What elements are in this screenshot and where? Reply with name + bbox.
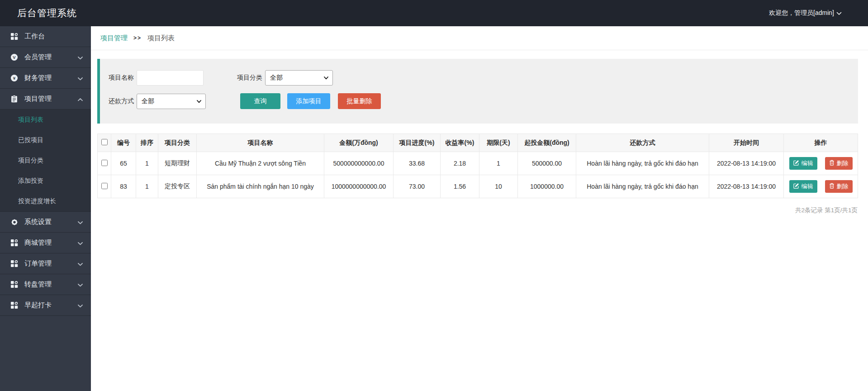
table-column-header: 还款方式 xyxy=(576,134,709,152)
table-column-header: 项目进度(%) xyxy=(394,134,441,152)
edit-button-label: 编辑 xyxy=(802,159,813,167)
table-cell: Hoàn lãi hàng ngày, trả gốc khi đáo hạn xyxy=(576,152,709,175)
chevron-down-icon xyxy=(78,239,83,247)
sidebar-item-label: 系统设置 xyxy=(24,218,78,226)
table-column-header: 项目名称 xyxy=(197,134,324,152)
chevron-up-icon xyxy=(78,95,83,103)
table-column-header: 金额(万đồng) xyxy=(324,134,394,152)
project-name-input[interactable] xyxy=(137,70,204,86)
repayment-method-label: 还款方式 xyxy=(109,97,134,105)
sidebar-subitem-add-investment[interactable]: 添加投资 xyxy=(0,171,91,191)
table-column-header: 操作 xyxy=(784,134,858,152)
repayment-method-select[interactable]: 全部 xyxy=(137,94,206,109)
sidebar-item-morning-checkin[interactable]: 早起打卡 xyxy=(0,295,91,316)
sidebar-menu: 工作台V会员管理¥财务管理项目管理项目列表已投项目项目分类添加投资投资进度增长系… xyxy=(0,26,91,316)
svg-text:¥: ¥ xyxy=(13,76,16,81)
dashboard-grid-icon xyxy=(10,260,19,267)
table-column-header: 排序 xyxy=(136,134,158,152)
sidebar-item-workbench[interactable]: 工作台 xyxy=(0,26,91,47)
table-header-row: 编号排序项目分类项目名称金额(万đồng)项目进度(%)收益率(%)期限(天)起… xyxy=(98,134,858,152)
bulk-delete-button[interactable]: 批量删除 xyxy=(338,93,381,109)
row-checkbox[interactable] xyxy=(101,160,108,166)
table-column-header: 收益率(%) xyxy=(441,134,479,152)
chevron-down-icon xyxy=(78,260,83,267)
sidebar: 工作台V会员管理¥财务管理项目管理项目列表已投项目项目分类添加投资投资进度增长系… xyxy=(0,26,91,391)
dashboard-grid-icon xyxy=(10,33,19,40)
sidebar-item-label: 订单管理 xyxy=(24,259,78,268)
table-cell: 65 xyxy=(111,152,136,175)
delete-button[interactable]: 删除 xyxy=(825,157,853,170)
breadcrumb-parent-link[interactable]: 项目管理 xyxy=(100,34,128,43)
table-column-header: 期限(天) xyxy=(479,134,518,152)
sidebar-item-system-settings[interactable]: 系统设置 xyxy=(0,212,91,233)
edit-button[interactable]: 编辑 xyxy=(789,180,817,193)
sidebar-item-member[interactable]: V会员管理 xyxy=(0,47,91,68)
delete-button-label: 删除 xyxy=(837,159,849,167)
sidebar-item-wheel[interactable]: 转盘管理 xyxy=(0,274,91,295)
row-actions-cell: 编辑删除 xyxy=(784,152,858,175)
sidebar-subitem-investment-progress-growth[interactable]: 投资进度增长 xyxy=(0,191,91,211)
table-column-header: 项目分类 xyxy=(158,134,197,152)
member-badge-icon: V xyxy=(10,53,19,61)
dashboard-grid-icon xyxy=(10,281,19,288)
table-row: 831定投专区Sản phẩm tài chính ngắn hạn 10 ng… xyxy=(98,175,858,198)
edit-pencil-square-icon xyxy=(793,160,799,167)
add-project-button[interactable]: 添加项目 xyxy=(287,93,330,109)
dashboard-grid-icon xyxy=(10,301,19,309)
sidebar-item-mall[interactable]: 商城管理 xyxy=(0,233,91,253)
trash-icon xyxy=(829,183,835,190)
sidebar-item-label: 项目管理 xyxy=(24,95,78,103)
table-row: 651短期理财Cầu Mỹ Thuận 2 vượt sông Tiền5000… xyxy=(98,152,858,175)
project-category-selected-value: 全部 xyxy=(270,74,283,82)
sidebar-item-project[interactable]: 项目管理 xyxy=(0,89,91,110)
table-cell: 2.18 xyxy=(441,152,479,175)
delete-button[interactable]: 删除 xyxy=(825,180,853,193)
select-all-checkbox[interactable] xyxy=(101,139,108,145)
user-welcome-text: 欢迎您，管理员[admin] xyxy=(769,9,834,17)
project-category-label: 项目分类 xyxy=(237,74,262,82)
table-cell: 10 xyxy=(479,175,518,198)
svg-text:V: V xyxy=(13,55,16,60)
table-cell: 33.68 xyxy=(394,152,441,175)
main-content: 项目管理 >> 项目列表 项目名称 项目分类 全部 还款方式 全部 查询 xyxy=(91,26,868,391)
table-cell: 1 xyxy=(136,175,158,198)
table-body: 651短期理财Cầu Mỹ Thuận 2 vượt sông Tiền5000… xyxy=(98,152,858,198)
user-menu[interactable]: 欢迎您，管理员[admin] xyxy=(769,9,842,17)
sidebar-subitem-project-list[interactable]: 项目列表 xyxy=(0,110,91,130)
table-cell: 定投专区 xyxy=(158,175,197,198)
edit-pencil-square-icon xyxy=(793,183,799,190)
row-checkbox-cell xyxy=(98,175,111,198)
sidebar-item-label: 工作台 xyxy=(24,32,83,41)
edit-button[interactable]: 编辑 xyxy=(789,157,817,170)
project-category-select[interactable]: 全部 xyxy=(265,70,333,86)
table-column-header: 编号 xyxy=(111,134,136,152)
table-column-header: 开始时间 xyxy=(709,134,784,152)
table-cell: 1000000.00 xyxy=(518,175,576,198)
select-all-header-cell xyxy=(98,134,111,152)
sidebar-item-label: 会员管理 xyxy=(24,53,78,62)
chevron-down-icon xyxy=(197,100,201,103)
row-checkbox-cell xyxy=(98,152,111,175)
sidebar-submenu-project: 项目列表已投项目项目分类添加投资投资进度增长 xyxy=(0,110,91,212)
table-cell: 73.00 xyxy=(394,175,441,198)
table-cell: 1 xyxy=(479,152,518,175)
trash-icon xyxy=(829,160,835,167)
table-column-header: 起投金额(đồng) xyxy=(518,134,576,152)
sidebar-subitem-invested-projects[interactable]: 已投项目 xyxy=(0,130,91,150)
finance-yen-icon: ¥ xyxy=(10,74,19,82)
sidebar-item-finance[interactable]: ¥财务管理 xyxy=(0,68,91,89)
chevron-down-icon xyxy=(78,53,83,61)
app-header: 后台管理系统 欢迎您，管理员[admin] xyxy=(0,0,868,26)
table-cell: 1000000000000.00 xyxy=(324,175,394,198)
search-button[interactable]: 查询 xyxy=(240,93,280,109)
table-cell: Hoàn lãi hàng ngày, trả gốc khi đáo hạn xyxy=(576,175,709,198)
gear-icon xyxy=(10,218,19,226)
chevron-down-icon xyxy=(78,218,83,226)
dashboard-grid-icon xyxy=(10,239,19,247)
table-cell: 2022-08-13 14:19:00 xyxy=(709,152,784,175)
sidebar-item-orders[interactable]: 订单管理 xyxy=(0,253,91,274)
row-checkbox[interactable] xyxy=(101,183,108,189)
sidebar-subitem-project-categories[interactable]: 项目分类 xyxy=(0,150,91,171)
table-cell: 1.56 xyxy=(441,175,479,198)
chevron-down-icon xyxy=(836,10,842,17)
